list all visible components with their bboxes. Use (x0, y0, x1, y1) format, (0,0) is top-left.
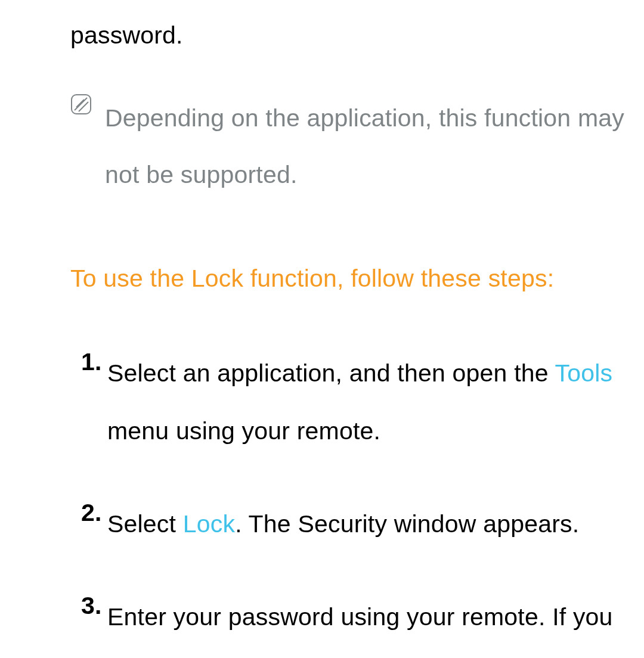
steps-list: 1.Select an application, and then open t… (70, 344, 626, 658)
keyword: Tools (555, 359, 613, 387)
step-number: 3. (81, 588, 107, 623)
step-text: Enter your password using your remote. I… (107, 588, 626, 658)
step-text: Select Lock. The Security window appears… (107, 495, 579, 553)
note-block: Depending on the application, this funct… (70, 90, 626, 203)
section-heading: To use the Lock function, follow these s… (70, 249, 626, 308)
text-segment: menu using your remote. (107, 417, 380, 445)
body-text-fragment: password. (70, 18, 626, 53)
list-item: 2.Select Lock. The Security window appea… (81, 495, 626, 553)
svg-line-1 (75, 98, 87, 110)
text-segment: Enter your password using your remote. I… (107, 603, 613, 658)
text-segment: Select an application, and then open the (107, 359, 555, 387)
step-number: 2. (81, 495, 107, 530)
text-segment: Select (107, 510, 183, 538)
list-item: 1.Select an application, and then open t… (81, 344, 626, 460)
keyword: Lock (183, 510, 235, 538)
note-text: Depending on the application, this funct… (105, 90, 626, 203)
text-segment: . The Security window appears. (235, 510, 579, 538)
step-number: 1. (81, 344, 107, 380)
note-icon (70, 94, 92, 115)
list-item: 3.Enter your password using your remote.… (81, 588, 626, 658)
step-text: Select an application, and then open the… (107, 344, 626, 460)
svg-line-2 (76, 100, 84, 107)
